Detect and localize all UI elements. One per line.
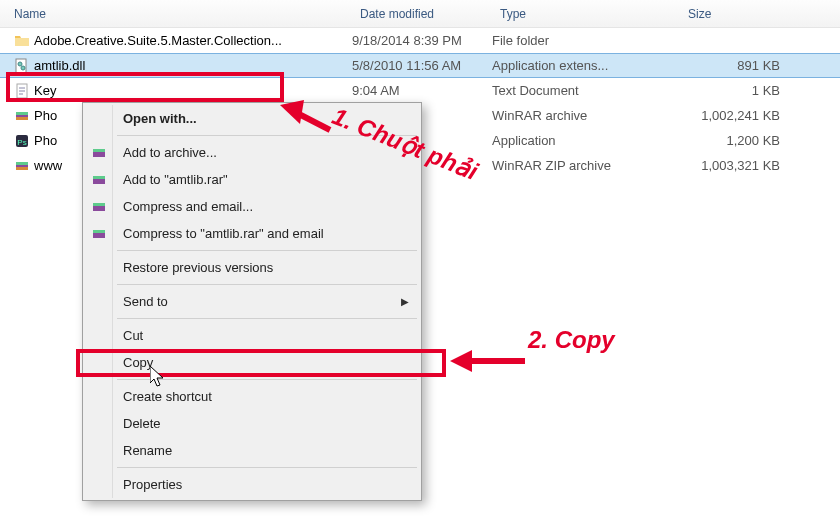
app-icon: Ps [14, 133, 30, 149]
menu-separator [117, 379, 417, 380]
svg-point-1 [18, 62, 22, 66]
file-name: Key [34, 83, 56, 98]
column-header-date[interactable]: Date modified [352, 3, 492, 25]
menu-label: Send to [123, 294, 168, 309]
menu-label: Compress and email... [123, 199, 253, 214]
menu-separator [117, 467, 417, 468]
file-type: Text Document [492, 83, 680, 98]
folder-icon [14, 33, 30, 49]
file-type: WinRAR archive [492, 108, 680, 123]
column-header-row: Name Date modified Type Size [0, 0, 840, 28]
file-row-dll[interactable]: amtlib.dll 5/8/2010 11:56 AM Application… [0, 53, 840, 78]
menu-create-shortcut[interactable]: Create shortcut [85, 383, 419, 410]
file-type: Application [492, 133, 680, 148]
menu-rename[interactable]: Rename [85, 437, 419, 464]
menu-add-to[interactable]: Add to "amtlib.rar" [85, 166, 419, 193]
menu-label: Add to "amtlib.rar" [123, 172, 228, 187]
column-header-size[interactable]: Size [680, 3, 840, 25]
annotation-step2: 2. Copy [528, 326, 615, 354]
menu-label: Compress to "amtlib.rar" and email [123, 226, 324, 241]
svg-rect-14 [16, 167, 28, 170]
menu-compress-email[interactable]: Compress and email... [85, 193, 419, 220]
menu-label: Create shortcut [123, 389, 212, 404]
winrar-icon [91, 172, 107, 188]
svg-rect-13 [16, 162, 28, 165]
file-size: 1,003,321 KB [680, 158, 840, 173]
menu-separator [117, 318, 417, 319]
menu-delete[interactable]: Delete [85, 410, 419, 437]
file-size: 891 KB [680, 58, 840, 73]
file-size: 1 KB [680, 83, 840, 98]
chevron-right-icon: ▶ [401, 296, 409, 307]
svg-rect-20 [93, 203, 105, 206]
menu-open-with[interactable]: Open with... [85, 105, 419, 132]
menu-cut[interactable]: Cut [85, 322, 419, 349]
menu-compress-to-email[interactable]: Compress to "amtlib.rar" and email [85, 220, 419, 247]
file-date: 5/8/2010 11:56 AM [352, 58, 492, 73]
svg-point-2 [21, 66, 25, 70]
menu-copy[interactable]: Copy [85, 349, 419, 376]
column-header-name[interactable]: Name [0, 3, 352, 25]
file-name: Pho [34, 133, 57, 148]
menu-separator [117, 135, 417, 136]
menu-restore-versions[interactable]: Restore previous versions [85, 254, 419, 281]
svg-rect-8 [16, 112, 28, 115]
svg-rect-18 [93, 176, 105, 179]
menu-label: Restore previous versions [123, 260, 273, 275]
menu-label: Add to archive... [123, 145, 217, 160]
file-type: WinRAR ZIP archive [492, 158, 680, 173]
winrar-icon [91, 226, 107, 242]
winrar-icon [14, 108, 30, 124]
svg-rect-22 [93, 230, 105, 233]
file-name: Adobe.Creative.Suite.5.Master.Collection… [34, 33, 282, 48]
winrar-icon [91, 199, 107, 215]
file-date: 9:04 AM [352, 83, 492, 98]
file-name: amtlib.dll [34, 58, 85, 73]
file-size: 1,200 KB [680, 133, 840, 148]
svg-rect-16 [93, 149, 105, 152]
arrow-step2-icon [450, 346, 530, 376]
menu-send-to[interactable]: Send to ▶ [85, 288, 419, 315]
menu-separator [117, 250, 417, 251]
menu-label: Properties [123, 477, 182, 492]
menu-add-archive[interactable]: Add to archive... [85, 139, 419, 166]
winrar-icon [91, 145, 107, 161]
dll-icon [14, 58, 30, 74]
file-size: 1,002,241 KB [680, 108, 840, 123]
menu-separator [117, 284, 417, 285]
menu-label: Cut [123, 328, 143, 343]
svg-marker-26 [450, 350, 472, 372]
menu-label: Rename [123, 443, 172, 458]
file-name: Pho [34, 108, 57, 123]
file-row-folder[interactable]: Adobe.Creative.Suite.5.Master.Collection… [0, 28, 840, 53]
winrar-zip-icon [14, 158, 30, 174]
column-header-type[interactable]: Type [492, 3, 680, 25]
file-type: Application extens... [492, 58, 680, 73]
svg-text:Ps: Ps [17, 138, 26, 147]
menu-label: Open with... [123, 111, 197, 126]
text-file-icon [14, 83, 30, 99]
file-type: File folder [492, 33, 680, 48]
menu-label: Copy [123, 355, 153, 370]
context-menu: Open with... Add to archive... Add to "a… [82, 102, 422, 501]
svg-rect-9 [16, 117, 28, 120]
menu-label: Delete [123, 416, 161, 431]
file-row-text[interactable]: Key 9:04 AM Text Document 1 KB [0, 78, 840, 103]
menu-properties[interactable]: Properties [85, 471, 419, 498]
file-date: 9/18/2014 8:39 PM [352, 33, 492, 48]
file-name: www [34, 158, 62, 173]
